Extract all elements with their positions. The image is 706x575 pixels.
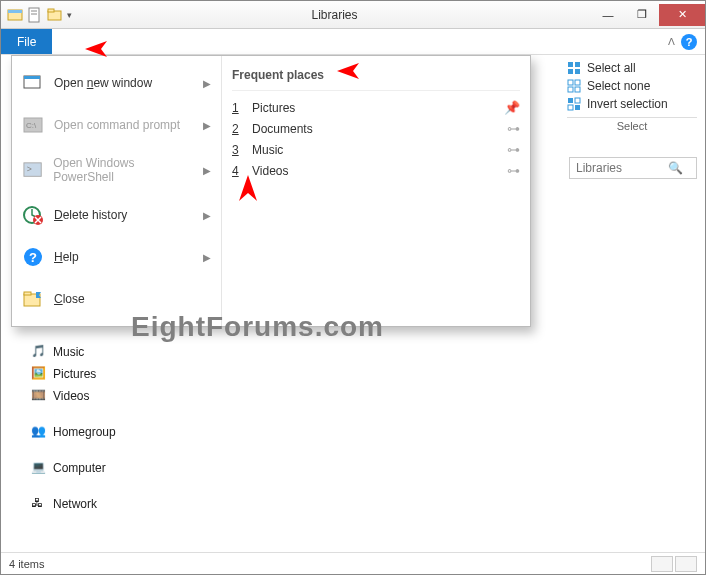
svg-rect-10 bbox=[575, 69, 580, 74]
navigation-pane: 🎵 Music 🖼️ Pictures 🎞️ Videos 👥 Homegrou… bbox=[31, 341, 116, 515]
svg-rect-16 bbox=[575, 98, 580, 103]
nav-computer[interactable]: 💻 Computer bbox=[31, 457, 116, 479]
frequent-label: Documents bbox=[252, 122, 313, 136]
open-command-prompt-label: Open command prompt bbox=[54, 118, 180, 132]
submenu-arrow-icon: ▶ bbox=[203, 165, 211, 176]
pin-icon[interactable]: ⊶ bbox=[507, 121, 520, 136]
delete-history-icon bbox=[22, 204, 44, 226]
nav-pictures[interactable]: 🖼️ Pictures bbox=[31, 363, 116, 385]
svg-rect-18 bbox=[575, 105, 580, 110]
svg-rect-2 bbox=[29, 8, 39, 22]
svg-rect-14 bbox=[575, 87, 580, 92]
delete-history-label: Delete history bbox=[54, 208, 127, 222]
svg-rect-30 bbox=[24, 292, 31, 295]
computer-icon: 💻 bbox=[31, 460, 47, 476]
music-icon: 🎵 bbox=[31, 344, 47, 360]
window-title: Libraries bbox=[78, 8, 591, 22]
select-group-caption: Select bbox=[567, 117, 697, 132]
svg-rect-9 bbox=[568, 69, 573, 74]
frequent-label: Music bbox=[252, 143, 283, 157]
open-command-prompt-item[interactable]: C:\ Open command prompt ▶ bbox=[12, 104, 221, 146]
file-menu: Open new window ▶ C:\ Open command promp… bbox=[11, 55, 531, 327]
close-item[interactable]: Close bbox=[12, 278, 221, 320]
maximize-button[interactable]: ❐ bbox=[625, 4, 659, 26]
open-powershell-item[interactable]: > Open Windows PowerShell ▶ bbox=[12, 146, 221, 194]
nav-music[interactable]: 🎵 Music bbox=[31, 341, 116, 363]
frequent-item-videos[interactable]: 4 Videos ⊶ bbox=[232, 160, 520, 181]
minimize-button[interactable]: — bbox=[591, 4, 625, 26]
delete-history-item[interactable]: Delete history ▶ bbox=[12, 194, 221, 236]
select-none-icon bbox=[567, 79, 581, 93]
frequent-places-header: Frequent places bbox=[232, 64, 520, 91]
frequent-item-pictures[interactable]: 1 Pictures 📌 bbox=[232, 97, 520, 118]
pin-icon[interactable]: 📌 bbox=[504, 100, 520, 115]
help-icon[interactable]: ? bbox=[681, 34, 697, 50]
window-controls: — ❐ ✕ bbox=[591, 4, 705, 26]
explorer-icon bbox=[7, 7, 23, 23]
nav-homegroup[interactable]: 👥 Homegroup bbox=[31, 421, 116, 443]
open-new-window-item[interactable]: Open new window ▶ bbox=[12, 62, 221, 104]
select-none-label: Select none bbox=[587, 79, 650, 93]
qat-dropdown-icon[interactable]: ▾ bbox=[67, 10, 72, 20]
select-all-label: Select all bbox=[587, 61, 636, 75]
ribbon-tabs: File ᐱ ? bbox=[1, 29, 705, 55]
close-button[interactable]: ✕ bbox=[659, 4, 705, 26]
help-menu-icon: ? bbox=[22, 246, 44, 268]
item-count: 4 items bbox=[9, 558, 44, 570]
invert-selection-icon bbox=[567, 97, 581, 111]
close-folder-icon bbox=[22, 288, 44, 310]
status-bar: 4 items bbox=[1, 552, 705, 574]
svg-rect-17 bbox=[568, 105, 573, 110]
svg-text:>: > bbox=[27, 165, 32, 175]
svg-rect-11 bbox=[568, 80, 573, 85]
search-icon[interactable]: 🔍 bbox=[668, 161, 683, 175]
icons-view-button[interactable] bbox=[675, 556, 697, 572]
frequent-label: Videos bbox=[252, 164, 288, 178]
nav-network[interactable]: 🖧 Network bbox=[31, 493, 116, 515]
cmd-icon: C:\ bbox=[22, 114, 44, 136]
frequent-label: Pictures bbox=[252, 101, 295, 115]
pin-icon[interactable]: ⊶ bbox=[507, 142, 520, 157]
properties-icon[interactable] bbox=[27, 7, 43, 23]
select-all-button[interactable]: Select all bbox=[567, 59, 697, 77]
new-window-icon bbox=[22, 72, 44, 94]
details-view-button[interactable] bbox=[651, 556, 673, 572]
submenu-arrow-icon: ▶ bbox=[203, 78, 211, 89]
pin-icon[interactable]: ⊶ bbox=[507, 163, 520, 178]
network-icon: 🖧 bbox=[31, 496, 47, 512]
file-menu-left: Open new window ▶ C:\ Open command promp… bbox=[12, 56, 222, 326]
svg-rect-6 bbox=[48, 9, 54, 12]
invert-selection-button[interactable]: Invert selection bbox=[567, 95, 697, 113]
invert-selection-label: Invert selection bbox=[587, 97, 668, 111]
title-bar: ▾ Libraries — ❐ ✕ bbox=[1, 1, 705, 29]
quick-access-toolbar: ▾ bbox=[1, 7, 78, 23]
svg-rect-7 bbox=[568, 62, 573, 67]
powershell-icon: > bbox=[22, 159, 43, 181]
frequent-item-documents[interactable]: 2 Documents ⊶ bbox=[232, 118, 520, 139]
pictures-icon: 🖼️ bbox=[31, 366, 47, 382]
select-none-button[interactable]: Select none bbox=[567, 77, 697, 95]
nav-videos[interactable]: 🎞️ Videos bbox=[31, 385, 116, 407]
new-folder-icon[interactable] bbox=[47, 7, 63, 23]
homegroup-icon: 👥 bbox=[31, 424, 47, 440]
svg-text:C:\: C:\ bbox=[26, 121, 37, 130]
search-container: 🔍 bbox=[569, 157, 697, 179]
frequent-item-music[interactable]: 3 Music ⊶ bbox=[232, 139, 520, 160]
videos-icon: 🎞️ bbox=[31, 388, 47, 404]
file-tab[interactable]: File bbox=[1, 29, 52, 54]
submenu-arrow-icon: ▶ bbox=[203, 252, 211, 263]
svg-rect-12 bbox=[575, 80, 580, 85]
submenu-arrow-icon: ▶ bbox=[203, 210, 211, 221]
svg-rect-1 bbox=[8, 10, 22, 13]
svg-rect-15 bbox=[568, 98, 573, 103]
svg-rect-20 bbox=[24, 76, 40, 79]
help-item[interactable]: ? Help ▶ bbox=[12, 236, 221, 278]
close-label: Close bbox=[54, 292, 85, 306]
help-label: Help bbox=[54, 250, 79, 264]
svg-text:?: ? bbox=[29, 250, 37, 265]
ribbon-collapse-icon[interactable]: ᐱ bbox=[668, 36, 675, 47]
svg-rect-13 bbox=[568, 87, 573, 92]
open-new-window-label: Open new window bbox=[54, 76, 152, 90]
frequent-places-panel: Frequent places 1 Pictures 📌 2 Documents… bbox=[222, 56, 530, 326]
svg-rect-8 bbox=[575, 62, 580, 67]
